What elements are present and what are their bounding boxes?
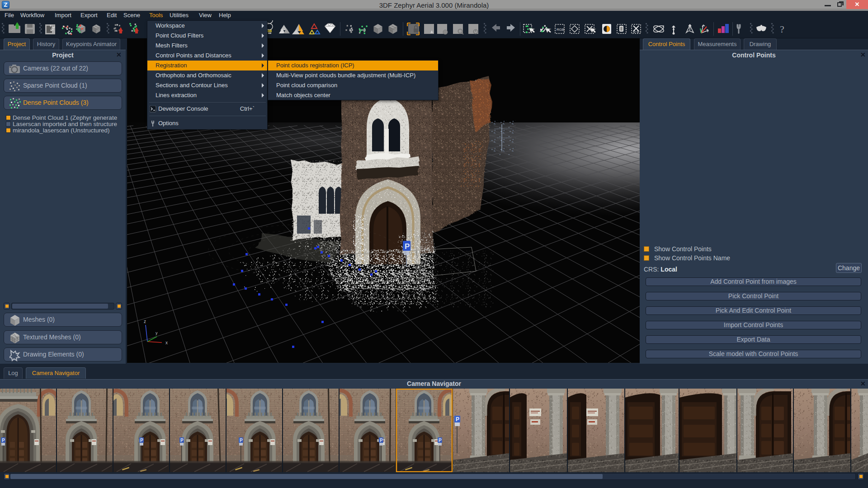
svg-text:P: P — [439, 438, 442, 443]
svg-text:RGB: RGB — [557, 28, 564, 32]
svg-text:P: P — [240, 438, 243, 443]
svg-text:P: P — [380, 438, 383, 443]
svg-text:P: P — [140, 438, 143, 443]
svg-text:P: P — [405, 242, 410, 251]
svg-text:P: P — [456, 416, 459, 422]
svg-text:?: ? — [780, 23, 784, 35]
svg-text:y: y — [156, 331, 158, 335]
svg-text:P: P — [180, 438, 184, 443]
svg-text:P: P — [2, 438, 5, 443]
svg-text:z: z — [144, 319, 146, 324]
svg-text:x: x — [165, 340, 168, 345]
